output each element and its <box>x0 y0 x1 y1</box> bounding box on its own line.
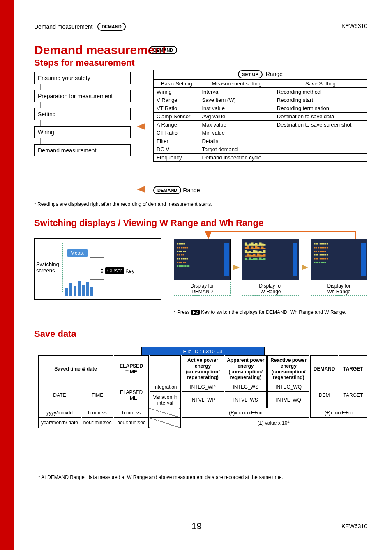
cell-intvl-wq: INTVL_WQ <box>267 392 310 408</box>
cell: Interval <box>199 88 274 96</box>
setup-pill: SET UP <box>238 70 263 78</box>
switching-panel: Switching screens Meas. ▲▼ Cursor Key <box>34 238 161 300</box>
cell: Avg value <box>199 113 274 121</box>
cell: Destination to save screen shot <box>274 121 367 129</box>
f2-key-chip: F2 <box>191 310 200 315</box>
cell-integ-wp: INTEG_WP <box>181 382 224 392</box>
slash-cell <box>149 408 181 418</box>
screen-whrange: ■■■ ■■■■■ ■■ ■■■■■■ ■■ ■■■■■ ■■■ ■■■■■ ■… <box>311 239 367 280</box>
cell: Details <box>199 137 274 145</box>
cell: Demand inspection cycle <box>199 154 274 162</box>
setup-hdr-meas: Measurement setting <box>199 80 274 88</box>
screen-caption-wrange: Display forW Range <box>242 282 299 296</box>
cell-elapsed: ELAPSED TIME <box>113 382 149 408</box>
cell: Target demand <box>199 145 274 154</box>
cell: DC V <box>154 145 199 154</box>
cell-val-desc: (±) value x 10±n <box>181 418 367 428</box>
cell-date-fmt: yyyy/mm/dd <box>39 408 81 418</box>
flow-step-safety: Ensuring your safety <box>34 72 131 84</box>
cell <box>274 129 367 137</box>
cell-integ-ws: INTEG_WS <box>224 382 267 392</box>
hdr-saved: Saved time & date <box>39 356 114 382</box>
cell-elapsed-fmt: h mm ss <box>113 408 149 418</box>
cell-intvl-wp: INTVL_WP <box>181 392 224 408</box>
setup-hdr-basic: Basic Setting <box>154 80 199 88</box>
switching-label: Switching screens <box>36 261 62 274</box>
footnote-readings: * Readings are displayed right after the… <box>34 201 212 207</box>
cell: Max value <box>199 121 274 129</box>
cell-date-desc: year/month/ date <box>39 418 81 428</box>
screen-caption-whrange: Display forWh Range <box>311 282 367 296</box>
key-word: Key <box>125 268 134 274</box>
save-table: Saved time & date ELAPSED TIME Active po… <box>38 355 367 428</box>
flow-step-demand: Demand measurement <box>34 144 131 156</box>
breadcrumb: Demand measurement <box>34 23 92 30</box>
arrow-left-icon <box>137 186 145 193</box>
cell: V Range <box>154 96 199 104</box>
hdr-demand: DEMAND <box>310 356 339 382</box>
setup-hdr-save: Save Setting <box>274 80 367 88</box>
section-save-title: Save data <box>34 329 76 339</box>
hdr-blank <box>149 356 181 382</box>
cell-integration: Integration <box>149 382 181 392</box>
cell: Filter <box>154 137 199 145</box>
demand-pill-header: DEMAND <box>97 23 125 31</box>
hdr-target: TARGET <box>339 356 367 382</box>
hdr-elapsed: ELAPSED TIME <box>113 356 149 382</box>
cell: Wiring <box>154 88 199 96</box>
screen-demand: ■■■■■■■ ■■■■ ■■■ ■■■■ ■■ ■■ ■■■■■■■ ■■ ■… <box>174 239 231 280</box>
cursor-chip: Cursor <box>105 267 124 274</box>
cell: Frequency <box>154 154 199 162</box>
hdr-apparent: Apparent power energy (consumption/ rege… <box>224 356 267 382</box>
file-id-label: File ID : 6310-03 <box>141 347 265 355</box>
arrow-right-icon <box>233 265 240 270</box>
demand-range-word: Range <box>183 187 200 193</box>
cell: Clamp Sensor <box>154 113 199 121</box>
setup-table: Basic Setting Measurement setting Save S… <box>154 79 367 162</box>
cell <box>274 145 367 154</box>
cell: Recording termination <box>274 104 367 113</box>
cursor-icon: ▲▼ <box>100 267 104 274</box>
cell-val-fmt1: (±)x.xxxxxE±nn <box>181 408 310 418</box>
footnote-demand-range: * At DEMAND Range, data measured at W Ra… <box>38 474 283 480</box>
demand-pill-title: DEMAND <box>149 46 177 54</box>
demand-range-pill: DEMAND <box>153 186 181 194</box>
cell <box>274 137 367 145</box>
hdr-reactive: Reactive power energy (consumption/ rege… <box>267 356 310 382</box>
model-bottom: KEW6310 <box>341 523 367 529</box>
page-number: 19 <box>1 521 392 532</box>
cell: Recording method <box>274 88 367 96</box>
flow-step-setting: Setting <box>34 108 131 120</box>
cell: Inst value <box>199 104 274 113</box>
model-top: KEW6310 <box>341 23 367 31</box>
meas-chip: Meas. <box>67 249 88 257</box>
screen-wrange: ▇▂▅▇▃▆▂▇▅▃ ▅▇▂▆▃▇▅▂▆▃ ▇▃▅▂▇▆▃▅▂▇ ▂▇▅▃▆▂▇… <box>242 239 299 280</box>
cell <box>274 154 367 162</box>
connector-line <box>355 231 356 239</box>
slash-cell <box>149 418 181 428</box>
cell-val-fmt2: (±)x.xxxE±nn <box>310 408 367 418</box>
cell-time-desc: hour:min:sec <box>81 418 113 428</box>
cell-time-fmt: h mm ss <box>81 408 113 418</box>
footnote-f2: * Press F2 Key to switch the displays fo… <box>174 309 367 315</box>
arrow-left-icon <box>137 123 145 130</box>
cell-variation: Variation in interval <box>149 392 181 408</box>
cell: A Range <box>154 121 199 129</box>
cell-dem: DEM <box>310 382 339 408</box>
connector-line <box>207 231 355 232</box>
flow-step-wiring: Wiring <box>34 126 131 138</box>
arrow-right-icon <box>302 265 308 270</box>
cell-integ-wq: INTEG_WQ <box>267 382 310 392</box>
cell: Recording start <box>274 96 367 104</box>
cell: Destination to save data <box>274 113 367 121</box>
bars-icon <box>65 280 94 296</box>
cell-date: DATE <box>39 382 81 408</box>
cell-elapsed-desc: hour:min:sec <box>113 418 149 428</box>
cell: Min value <box>199 129 274 137</box>
section-switching-title: Switching displays / Viewing W Range and… <box>34 218 263 228</box>
cell-target: TARGET <box>339 382 367 408</box>
cell: CT Ratio <box>154 129 199 137</box>
arrow-down-icon <box>205 231 212 239</box>
hdr-active: Active power energy (consumption/ regene… <box>181 356 224 382</box>
flow-step-prep: Preparation for measurement <box>34 90 131 102</box>
